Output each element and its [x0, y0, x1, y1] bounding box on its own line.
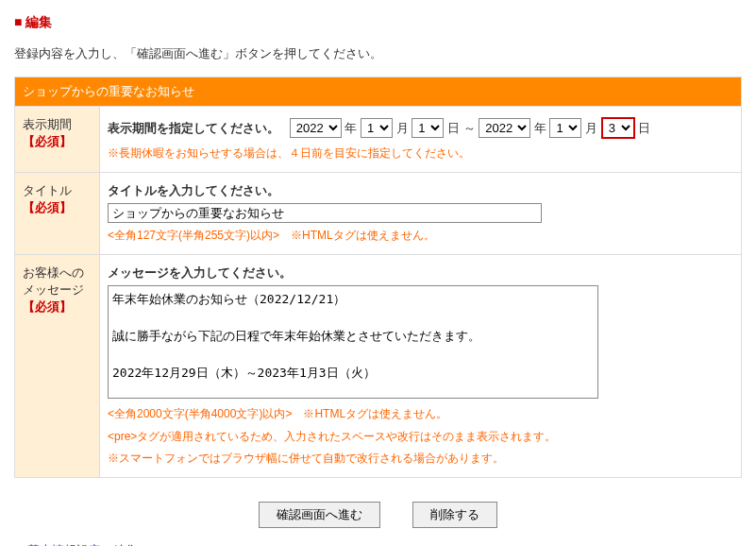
- end-month-select[interactable]: 1: [549, 118, 581, 138]
- button-row: 確認画面へ進む 削除する: [14, 502, 742, 528]
- title-input[interactable]: [108, 203, 542, 223]
- month-unit-1: 月: [396, 121, 409, 135]
- delete-button[interactable]: 削除する: [412, 502, 497, 528]
- message-note-1: <全角2000文字(半角4000文字)以内> ※HTMLタグは使えません。: [108, 405, 733, 423]
- year-unit-2: 年: [534, 121, 546, 135]
- row-period-label: 表示期間 【必須】: [15, 107, 100, 173]
- row-title-label: タイトル 【必須】: [15, 173, 100, 255]
- start-year-select[interactable]: 2022: [290, 118, 342, 138]
- message-textarea[interactable]: [108, 285, 598, 399]
- message-label: メッセージを入力してください。: [108, 264, 733, 282]
- title-label: タイトルを入力してください。: [108, 182, 733, 199]
- title-th-text: タイトル: [23, 183, 72, 197]
- message-th-text: お客様へのメッセージ: [23, 265, 84, 297]
- row-message-label: お客様へのメッセージ 【必須】: [15, 255, 100, 478]
- bullet-icon: ■: [14, 14, 22, 29]
- start-day-select[interactable]: 1: [412, 118, 444, 138]
- period-note: ※長期休暇をお知らせする場合は、４日前を目安に指定してください。: [108, 145, 733, 162]
- date-separator: ～: [463, 121, 476, 135]
- row-message-cell: メッセージを入力してください。 <全角2000文字(半角4000文字)以内> ※…: [100, 255, 742, 478]
- section-header: ショップからの重要なお知らせ: [14, 77, 742, 106]
- year-unit-1: 年: [344, 121, 357, 135]
- end-year-select[interactable]: 2022: [479, 118, 530, 138]
- row-period-cell: 表示期間を指定してください。 2022 年 1 月 1 日 ～ 2022 年 1…: [100, 107, 742, 173]
- footer-link-row: ▶基本情報設定 編集メニュー: [14, 542, 742, 546]
- instruction-text: 登録内容を入力し、「確認画面へ進む」ボタンを押してください。: [14, 45, 742, 62]
- row-title-cell: タイトルを入力してください。 <全角127文字(半角255文字)以内> ※HTM…: [100, 173, 742, 255]
- confirm-button[interactable]: 確認画面へ進む: [259, 502, 380, 528]
- message-required: 【必須】: [23, 299, 72, 314]
- start-month-select[interactable]: 1: [361, 118, 393, 138]
- period-label: 表示期間を指定してください。: [108, 121, 279, 135]
- end-day-select[interactable]: 3: [601, 117, 635, 139]
- message-note-2: <pre>タグが適用されているため、入力されたスペースや改行はそのまま表示されま…: [108, 428, 733, 446]
- page-title: ■編集: [14, 14, 742, 31]
- period-required: 【必須】: [23, 134, 72, 148]
- page-title-text: 編集: [25, 14, 52, 29]
- day-unit-2: 日: [638, 121, 650, 135]
- message-note-3: ※スマートフォンではブラウザ幅に併せて自動で改行される場合があります。: [108, 450, 733, 468]
- title-required: 【必須】: [23, 200, 72, 214]
- title-note: <全角127文字(半角255文字)以内> ※HTMLタグは使えません。: [108, 227, 733, 245]
- day-unit-1: 日: [447, 121, 460, 135]
- month-unit-2: 月: [585, 121, 597, 135]
- form-table: 表示期間 【必須】 表示期間を指定してください。 2022 年 1 月 1 日 …: [14, 106, 742, 478]
- period-th-text: 表示期間: [23, 117, 72, 131]
